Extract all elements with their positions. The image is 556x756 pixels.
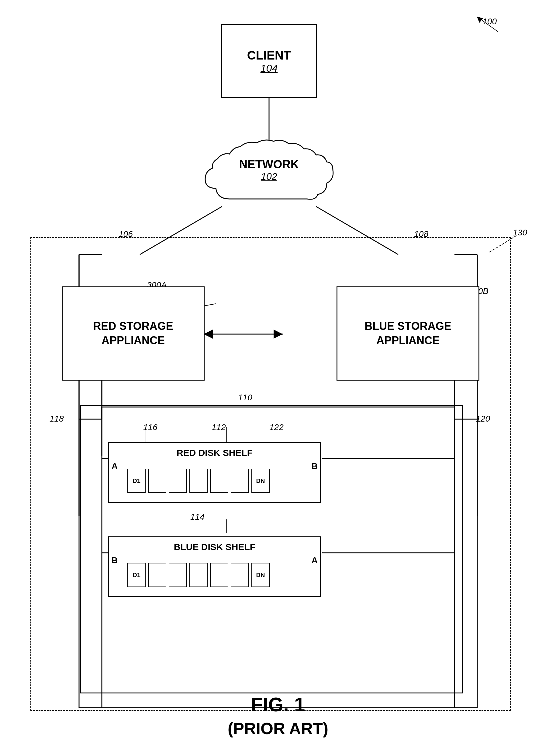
client-ref: 104 [260, 62, 278, 74]
client-label: CLIENT [247, 49, 291, 62]
ref-116: 116 [143, 422, 158, 432]
red-disk-shelf: RED DISK SHELF A B D1 DN [108, 442, 321, 503]
blue-disk-3 [169, 563, 187, 587]
figure-caption: FIG. 1 (PRIOR ART) [228, 693, 328, 738]
blue-appliance-box: BLUE STORAGEAPPLIANCE [337, 287, 479, 381]
network-label-container: NETWORK 102 [239, 158, 299, 182]
network-cloud: NETWORK 102 [199, 132, 339, 214]
blue-disk-d1: D1 [127, 563, 146, 587]
red-disk-slots: D1 DN [127, 466, 311, 496]
fig-subtitle: (PRIOR ART) [228, 719, 328, 738]
inner-container: 116 112 122 RED DISK SHELF A B D1 DN [80, 405, 463, 693]
ref-120: 120 [476, 414, 490, 424]
red-shelf-port-b: B [312, 461, 318, 471]
red-disk-dn: DN [251, 469, 270, 493]
blue-disk-6 [231, 563, 249, 587]
red-shelf-port-a: A [111, 461, 118, 471]
ref-130: 130 [513, 228, 527, 237]
fig-title: FIG. 1 [228, 693, 328, 716]
blue-disk-dn: DN [251, 563, 270, 587]
ref-114: 114 [190, 512, 205, 522]
red-disk-4 [189, 469, 208, 493]
red-disk-d1: D1 [127, 469, 146, 493]
ref-112: 112 [212, 422, 226, 432]
red-appliance-box: RED STORAGEAPPLIANCE [62, 287, 205, 381]
network-ref: 102 [239, 171, 299, 182]
network-label: NETWORK [239, 158, 299, 171]
svg-marker-35 [477, 17, 483, 23]
blue-disk-slots: D1 DN [127, 560, 311, 590]
red-disk-5 [210, 469, 228, 493]
ref-122: 122 [269, 422, 284, 432]
ref-110: 110 [238, 393, 252, 403]
blue-disk-shelf: BLUE DISK SHELF B A D1 DN [108, 536, 321, 597]
blue-shelf-port-a: A [312, 556, 318, 565]
red-shelf-label: RED DISK SHELF [177, 448, 253, 458]
red-disk-3 [169, 469, 187, 493]
blue-disk-2 [148, 563, 166, 587]
blue-shelf-label: BLUE DISK SHELF [174, 542, 255, 552]
client-box: CLIENT 104 [221, 24, 317, 98]
blue-appliance-label: BLUE STORAGEAPPLIANCE [364, 319, 451, 348]
main-container: 300A 300B RED STORAGEAPPLIANCE BLUE STOR… [30, 237, 511, 711]
blue-disk-5 [210, 563, 228, 587]
red-disk-6 [231, 469, 249, 493]
blue-shelf-port-b: B [111, 556, 118, 565]
blue-disk-4 [189, 563, 208, 587]
ref-118: 118 [49, 414, 64, 424]
red-disk-2 [148, 469, 166, 493]
red-appliance-label: RED STORAGEAPPLIANCE [93, 319, 173, 348]
